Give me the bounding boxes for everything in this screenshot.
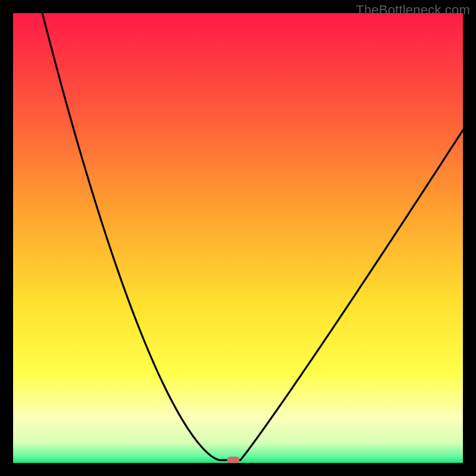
watermark-text: TheBottleneck.com: [356, 2, 470, 18]
optimum-marker: [227, 457, 240, 464]
chart-frame: [13, 13, 463, 463]
gradient-background: [13, 13, 463, 463]
bottleneck-chart: [13, 13, 463, 463]
